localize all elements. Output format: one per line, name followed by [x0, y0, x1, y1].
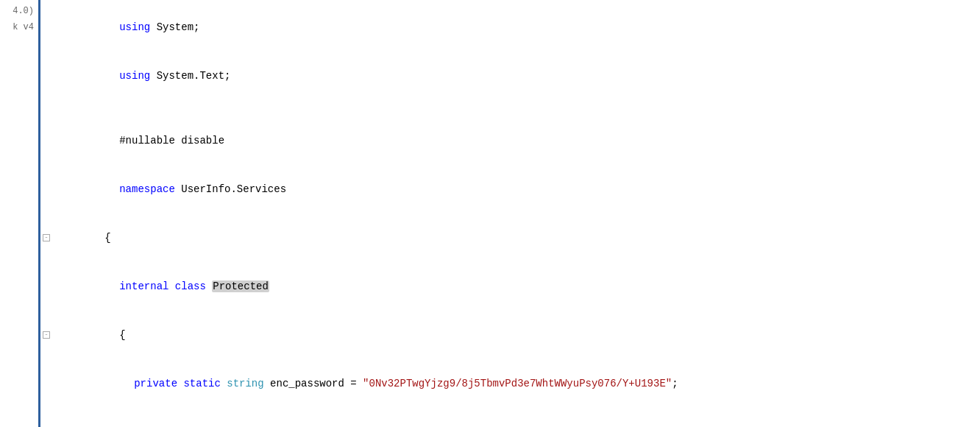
keyword-internal: internal [119, 280, 168, 292]
code-content: private static string enc_password = "0N… [52, 359, 980, 408]
class-name-highlight: Protected [212, 280, 269, 292]
code-content: using System.Text; [52, 52, 980, 100]
code-line: #nullable disable [40, 116, 980, 165]
code-line: - { [40, 311, 980, 359]
code-container: using System; using System.Text; #nullab… [40, 0, 980, 427]
fold-gutter-btn[interactable]: - [40, 331, 52, 339]
fold-button[interactable]: - [43, 331, 50, 339]
keyword: using [119, 70, 150, 82]
code-editor: using System; using System.Text; #nullab… [40, 0, 980, 427]
keyword: static [183, 378, 220, 389]
code-line [40, 100, 980, 116]
code-content: internal class Protected [52, 262, 980, 311]
code-content: private static byte[] key = Encoding.ASC… [52, 408, 980, 427]
code-content: { [52, 214, 980, 262]
keyword-class: class [175, 280, 206, 292]
code-line: - { [40, 214, 980, 262]
code-line: using System.Text; [40, 52, 980, 100]
keyword: private [134, 378, 177, 389]
fold-button[interactable]: - [43, 234, 50, 241]
code-content: namespace UserInfo.Services [52, 165, 980, 214]
type-name: string [227, 378, 263, 389]
code-line: using System; [40, 3, 980, 52]
code-line: namespace UserInfo.Services [40, 165, 980, 214]
code-content: using System; [52, 3, 980, 52]
gutter-label-2: k v4 [13, 19, 34, 35]
fold-gutter-btn[interactable]: - [40, 234, 52, 241]
gutter-label-1: 4.0) [13, 3, 34, 19]
code-line: internal class Protected [40, 262, 980, 311]
keyword: using [119, 21, 150, 33]
keyword: namespace [119, 183, 175, 195]
code-line: private static byte[] key = Encoding.ASC… [40, 408, 980, 427]
code-content: #nullable disable [52, 116, 980, 165]
code-content [52, 100, 980, 116]
string-literal: "0Nv32PTwgYjzg9/8j5TbmvPd3e7WhtWWyuPsy07… [363, 378, 672, 389]
code-line: private static string enc_password = "0N… [40, 359, 980, 408]
code-content: { [52, 311, 980, 359]
line-gutter: 4.0) k v4 [0, 0, 40, 427]
